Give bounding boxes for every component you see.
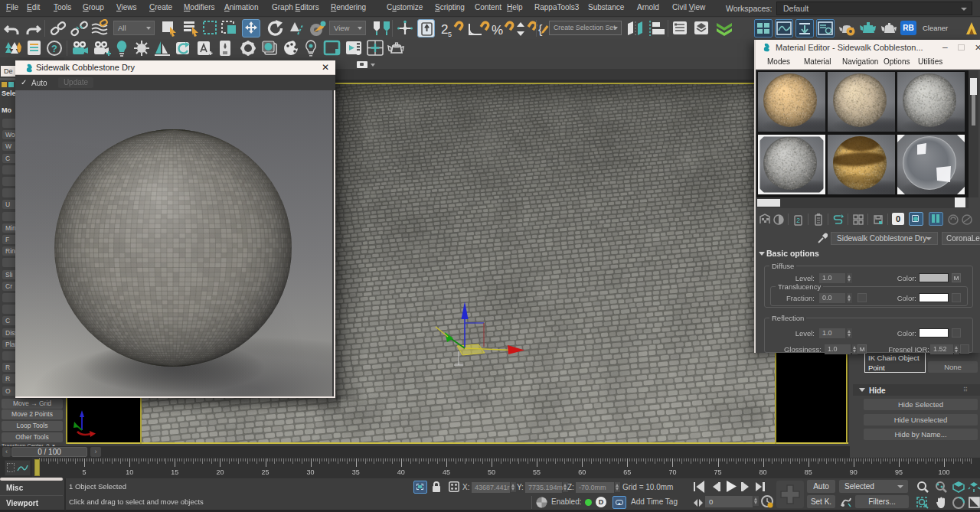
svg-text:{: { <box>538 23 543 36</box>
svg-text:?: ? <box>51 43 57 54</box>
svg-text:5: 5 <box>448 31 452 38</box>
svg-text:2: 2 <box>796 217 800 224</box>
svg-text:%: % <box>492 23 503 38</box>
